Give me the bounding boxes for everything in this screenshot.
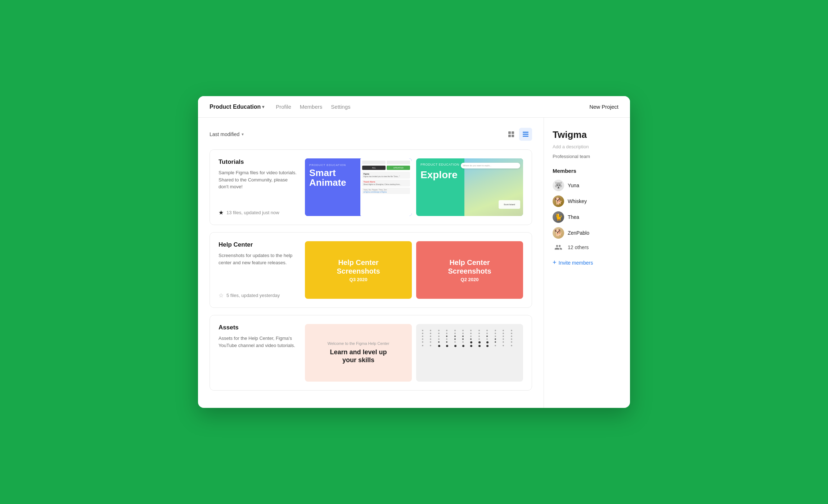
team-type: Professional team [553,154,621,159]
others-item[interactable]: 12 others [553,242,621,253]
avatar-whiskey: 🐕 [553,195,564,207]
project-body-help-center: Help Center Screenshots for updates to t… [219,241,523,299]
help-center-title: Help Center [219,241,298,248]
new-project-button[interactable]: New Project [589,104,618,110]
explore-tag: Product Education [420,163,459,166]
list-view-button[interactable] [519,128,532,141]
add-description[interactable]: Add a description [553,144,621,149]
svg-rect-3 [512,135,514,137]
project-card-assets: Assets Assets for the Help Center, Figma… [210,315,532,391]
member-item-zenpablo[interactable]: 🐕 ZenPablo [553,227,621,239]
svg-rect-1 [512,131,514,134]
grid-view-button[interactable] [505,128,518,141]
assets-big-text: Learn and level upyour skills [330,348,387,364]
sort-button[interactable]: Last modified ▾ [210,131,244,137]
team-name: Twigma [553,129,621,140]
brand-name: Product Education [210,104,261,110]
help-center-meta: ☆ 5 files, updated yesterday [219,292,298,299]
member-name-zenpablo: ZenPablo [568,230,589,236]
members-section-title: Members [553,168,621,174]
file-thumb-hc-q3[interactable]: Help Center Screenshots Q3 2020 [305,241,412,299]
avatar-yuna: 🐺 [553,180,564,191]
nav-members[interactable]: Members [300,102,323,111]
main-content: Last modified ▾ [198,118,630,408]
member-name-yuna: Yuna [568,183,579,188]
file-thumb-assets-1[interactable]: Welcome to the Figma Help Center Learn a… [305,324,412,382]
file-thumb-hc-q2[interactable]: Help Center Screenshots Q2 2020 [416,241,523,299]
assets-tag: Welcome to the Figma Help Center [328,341,390,346]
project-card-help-center: Help Center Screenshots for updates to t… [210,232,532,308]
svg-rect-5 [523,134,528,135]
member-list: 🐺 Yuna 🐕 Whiskey 🐈 Thea 🐕 ZenPablo [553,180,621,239]
brand-chevron-icon: ▾ [262,104,264,109]
sort-label: Last modified [210,131,239,137]
invite-label: Invite members [559,260,593,266]
file-thumb-smart-animate[interactable]: Product Education SmartAnimate A [305,158,412,216]
right-sidebar: Twigma Add a description Professional te… [544,118,630,408]
member-name-whiskey: Whiskey [568,198,587,204]
project-body-tutorials: Tutorials Sample Figma files for video t… [219,158,523,216]
hc-q3-title: Help Center Screenshots [337,258,380,275]
file-thumb-assets-2[interactable] [416,324,523,382]
help-center-desc: Screenshots for updates to the help cent… [219,252,298,266]
nav-profile[interactable]: Profile [276,102,291,111]
tutorials-file-count: 13 files, updated just now [226,210,279,215]
app-window: Product Education ▾ Profile Members Sett… [198,96,630,408]
tutorials-star-icon[interactable]: ★ [219,209,224,216]
smart-animate-title: SmartAnimate [309,168,408,188]
svg-rect-6 [523,136,528,137]
projects-panel: Last modified ▾ [198,118,544,408]
svg-rect-0 [508,131,511,134]
tutorials-meta: ★ 13 files, updated just now [219,209,298,216]
member-name-thea: Thea [568,214,579,220]
help-center-file-count: 5 files, updated yesterday [226,293,280,298]
project-body-assets: Assets Assets for the Help Center, Figma… [219,324,523,382]
member-item-whiskey[interactable]: 🐕 Whiskey [553,195,621,207]
hc-q2-title: Help Center Screenshots [448,258,491,275]
others-count: 12 others [568,244,589,250]
project-info-tutorials: Tutorials Sample Figma files for video t… [219,158,298,216]
assets-files: Welcome to the Figma Help Center Learn a… [305,324,523,382]
avatar-zenpablo: 🐕 [553,227,564,239]
project-card-tutorials: Tutorials Sample Figma files for video t… [210,149,532,225]
assets-dots-grid [422,330,517,376]
assets-desc: Assets for the Help Center, Figma's YouT… [219,335,298,349]
toolbar: Last modified ▾ [210,128,532,141]
sort-chevron-icon: ▾ [242,132,244,137]
invite-members-button[interactable]: + Invite members [553,259,593,266]
explore-title: Explore [420,169,458,181]
top-nav: Product Education ▾ Profile Members Sett… [198,96,630,118]
assets-title: Assets [219,324,298,331]
nav-links: Profile Members Settings [276,102,589,111]
member-item-thea[interactable]: 🐈 Thea [553,211,621,223]
nav-brand[interactable]: Product Education ▾ [210,104,264,110]
hc-q2-sub: Q2 2020 [461,277,479,282]
project-info-assets: Assets Assets for the Help Center, Figma… [219,324,298,382]
project-info-help-center: Help Center Screenshots for updates to t… [219,241,298,299]
hc-q3-sub: Q3 2020 [350,277,368,282]
help-center-files: Help Center Screenshots Q3 2020 Help Cen… [305,241,523,299]
svg-rect-4 [523,132,528,133]
nav-settings[interactable]: Settings [331,102,350,111]
file-thumb-explore[interactable]: Product Education Explore Scott Island W… [416,158,523,216]
view-buttons [505,128,532,141]
invite-plus-icon: + [553,259,557,266]
explore-map: Scott Island Where do you want to explo.… [464,158,523,216]
others-group-icon [553,242,564,253]
member-item-yuna[interactable]: 🐺 Yuna [553,180,621,191]
avatar-thea: 🐈 [553,211,564,223]
svg-rect-2 [508,135,511,137]
tutorials-title: Tutorials [219,158,298,166]
help-center-star-icon[interactable]: ☆ [219,292,224,299]
tutorials-desc: Sample Figma files for video tutorials. … [219,169,298,190]
tutorials-files: Product Education SmartAnimate A [305,158,523,216]
